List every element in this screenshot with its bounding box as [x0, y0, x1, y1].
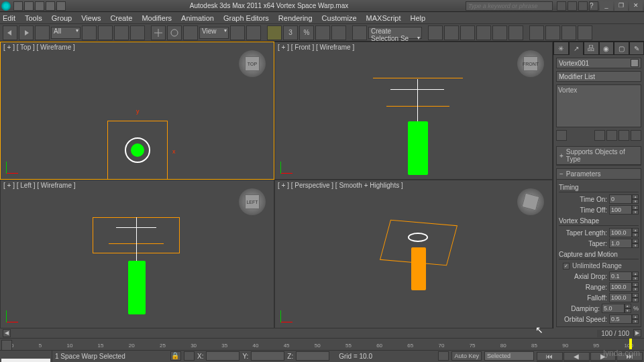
- qat-undo-icon[interactable]: [46, 1, 55, 11]
- taper-spinner[interactable]: [609, 239, 632, 248]
- menu-tools[interactable]: Tools: [25, 14, 42, 22]
- window-crossing-icon[interactable]: [130, 25, 145, 40]
- named-selection-dropdown[interactable]: Create Selection Se: [368, 27, 422, 39]
- pivot-icon[interactable]: [230, 25, 245, 40]
- favorites-icon[interactable]: [578, 1, 588, 11]
- coord-system-dropdown[interactable]: View: [199, 27, 229, 39]
- menu-animation[interactable]: Animation: [181, 14, 214, 22]
- viewcube-face[interactable]: FRONT: [523, 56, 538, 71]
- select-object-icon[interactable]: [82, 25, 97, 40]
- render-production-icon[interactable]: [561, 25, 576, 40]
- angle-snap-icon[interactable]: 3: [283, 25, 298, 40]
- hierarchy-tab[interactable]: 品: [584, 42, 599, 55]
- layers-icon[interactable]: [460, 25, 475, 40]
- viewport-top-label[interactable]: [ + ] [ Top ] [ Wireframe ]: [3, 44, 75, 51]
- lock-selection-icon[interactable]: 🔒: [170, 351, 181, 361]
- maxscript-listener[interactable]: Welcome to M:: [1, 359, 50, 362]
- redo-icon[interactable]: [19, 25, 34, 40]
- timeslider-prev-button[interactable]: ◀: [3, 329, 11, 337]
- remove-modifier-button[interactable]: [619, 130, 629, 141]
- viewport-perspective-label[interactable]: [ + ] [ Perspective ] [ Smooth + Highlig…: [278, 182, 403, 189]
- keymode-dropdown[interactable]: Selected: [484, 351, 534, 361]
- render-setup-icon[interactable]: [529, 25, 544, 40]
- menu-create[interactable]: Create: [110, 14, 132, 22]
- mirror-icon[interactable]: [428, 25, 443, 40]
- spinner-snap-icon[interactable]: [315, 25, 330, 40]
- spinner-down[interactable]: ▾: [632, 199, 639, 204]
- orbital-speed-spinner[interactable]: [609, 314, 632, 324]
- menu-modifiers[interactable]: Modifiers: [142, 14, 172, 22]
- select-region-icon[interactable]: [114, 25, 129, 40]
- viewcube-face[interactable]: [522, 193, 540, 211]
- range-spinner[interactable]: [609, 282, 632, 292]
- viewcube-perspective[interactable]: [517, 188, 544, 215]
- menu-maxscript[interactable]: MAXScript: [366, 14, 401, 22]
- render-iterative-icon[interactable]: [578, 25, 592, 40]
- schematic-view-icon[interactable]: [492, 25, 507, 40]
- spinner-down[interactable]: ▾: [632, 319, 639, 324]
- timeslider-frame-label[interactable]: 100 / 100: [597, 330, 633, 337]
- named-sel-icon[interactable]: [352, 25, 367, 40]
- damping-spinner[interactable]: [602, 304, 625, 313]
- time-on-spinner[interactable]: [609, 194, 632, 204]
- autokey-toggle-icon[interactable]: [438, 351, 449, 361]
- modify-tab[interactable]: ↗: [569, 42, 584, 55]
- transform-type-icon[interactable]: [184, 351, 195, 361]
- menu-edit[interactable]: Edit: [3, 14, 15, 22]
- move-icon[interactable]: [151, 25, 166, 40]
- spinner-down[interactable]: ▾: [632, 233, 639, 237]
- rotate-icon[interactable]: [167, 25, 182, 40]
- object-color-swatch[interactable]: [631, 59, 639, 67]
- autokey-button[interactable]: Auto Key: [451, 351, 482, 361]
- menu-views[interactable]: Views: [81, 14, 101, 22]
- selection-filter-dropdown[interactable]: All: [51, 27, 80, 39]
- percent-snap-icon[interactable]: %: [299, 25, 314, 40]
- timeslider-next-button[interactable]: ▶: [633, 329, 641, 337]
- app-logo[interactable]: [1, 1, 11, 11]
- qat-save-icon[interactable]: [35, 1, 44, 11]
- menu-group[interactable]: Group: [52, 14, 72, 22]
- viewport-front-label[interactable]: [ + ] [ Front ] [ Wireframe ]: [278, 44, 354, 51]
- spinner-up[interactable]: ▴: [632, 272, 639, 276]
- y-input[interactable]: [251, 351, 284, 361]
- spinner-down[interactable]: ▾: [632, 298, 639, 302]
- viewcube-left[interactable]: LEFT: [239, 188, 266, 215]
- rendered-frame-icon[interactable]: [545, 25, 560, 40]
- link-icon[interactable]: [35, 25, 50, 40]
- viewport-perspective[interactable]: [ + ] [ Perspective ] [ Smooth + Highlig…: [274, 180, 553, 328]
- spinner-up[interactable]: ▴: [632, 228, 639, 233]
- make-unique-button[interactable]: [606, 130, 617, 141]
- viewport-left-label[interactable]: [ + ] [ Left ] [ Wireframe ]: [3, 182, 76, 189]
- spinner-down[interactable]: ▾: [632, 243, 639, 248]
- help-icon[interactable]: ?: [589, 1, 598, 11]
- spinner-down[interactable]: ▾: [632, 287, 639, 292]
- time-config-button[interactable]: [1, 340, 12, 351]
- viewcube-face[interactable]: TOP: [245, 56, 260, 71]
- spinner-down[interactable]: ▾: [632, 276, 639, 281]
- spinner-up[interactable]: ▴: [632, 293, 639, 298]
- edit-selection-icon[interactable]: [331, 25, 346, 40]
- spinner-up[interactable]: ▴: [632, 314, 639, 319]
- viewcube-front[interactable]: FRONT: [517, 50, 544, 77]
- spinner-up[interactable]: ▴: [625, 304, 631, 308]
- x-input[interactable]: [206, 351, 239, 361]
- time-slider-handle[interactable]: [629, 339, 632, 349]
- create-tab[interactable]: ✳: [553, 42, 569, 55]
- menu-help[interactable]: Help: [411, 14, 426, 22]
- viewcube-top[interactable]: TOP: [239, 50, 266, 77]
- configure-sets-button[interactable]: [631, 130, 641, 141]
- spinner-up[interactable]: ▴: [632, 194, 639, 199]
- sign-in-icon[interactable]: [568, 1, 577, 11]
- qat-redo-icon[interactable]: [56, 1, 66, 11]
- menu-rendering[interactable]: Rendering: [278, 14, 313, 22]
- viewport-top[interactable]: [ + ] [ Top ] [ Wireframe ] TOP x y: [0, 42, 274, 180]
- scale-icon[interactable]: [183, 25, 198, 40]
- modifier-stack[interactable]: Vortex: [556, 84, 641, 127]
- viewport-front[interactable]: [ + ] [ Front ] [ Wireframe ] FRONT: [274, 42, 553, 180]
- curve-editor-icon[interactable]: [476, 25, 491, 40]
- rollout-supports-header[interactable]: +Supports Objects of Type: [557, 147, 641, 165]
- minimize-button[interactable]: _: [600, 1, 613, 11]
- qat-open-icon[interactable]: [24, 1, 34, 11]
- goto-start-button[interactable]: ⏮: [537, 352, 563, 361]
- spinner-up[interactable]: ▴: [632, 282, 639, 287]
